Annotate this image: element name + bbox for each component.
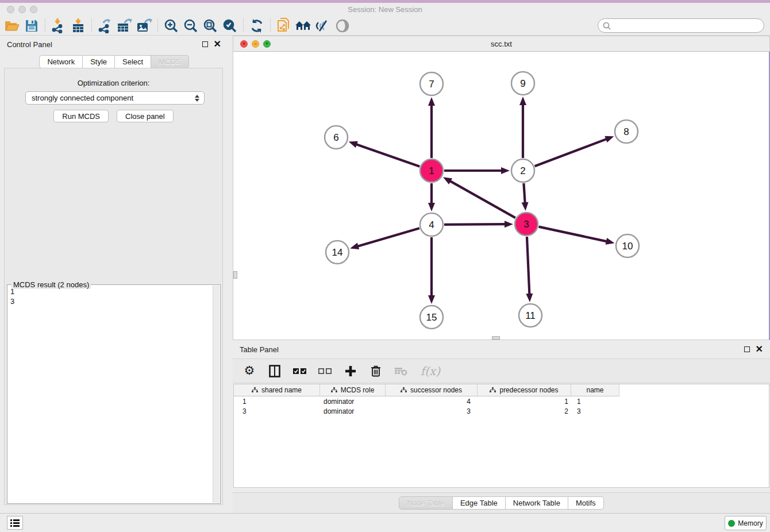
tab-node-table[interactable]: Node Table: [399, 496, 453, 510]
criterion-dropdown-value: strongly connected component: [29, 94, 195, 102]
column-header-label: shared name: [261, 386, 302, 394]
list-icon: [10, 519, 20, 527]
graph-edge-2-8[interactable]: [535, 138, 608, 166]
tab-motifs[interactable]: Motifs: [568, 496, 604, 510]
memory-button[interactable]: Memory: [725, 516, 767, 530]
table-cell[interactable]: 4: [386, 398, 478, 406]
graph-edge-arrowhead: [526, 294, 533, 302]
close-table-panel-icon[interactable]: ✕: [756, 346, 763, 352]
hide-graphics-details-icon[interactable]: [313, 17, 333, 34]
function-builder-icon-disabled: f(x): [419, 363, 442, 379]
open-session-icon[interactable]: [2, 17, 22, 34]
network-maximize-button[interactable]: +: [263, 40, 271, 48]
canvas-vertical-scroll-thumb[interactable]: [233, 271, 237, 279]
run-mcds-button[interactable]: Run MCDS: [53, 110, 109, 122]
table-cell[interactable]: 3: [234, 407, 320, 415]
table-cell[interactable]: 2: [478, 407, 571, 415]
table-cell[interactable]: 3: [386, 407, 478, 415]
column-header-name[interactable]: name: [571, 384, 619, 396]
table-toolbar: ⚙ f(x): [233, 358, 770, 383]
export-image-icon[interactable]: [134, 17, 154, 34]
memory-status-dot: [728, 520, 735, 527]
column-header-shared-name[interactable]: shared name: [234, 384, 320, 396]
close-panel-icon[interactable]: ✕: [214, 41, 221, 47]
graph-edge-3-1[interactable]: [449, 180, 515, 218]
network-window-titlebar[interactable]: × – + scc.txt: [233, 36, 770, 52]
column-header-predecessor-nodes[interactable]: predecessor nodes: [478, 384, 571, 396]
application-window: Session: New Session: [0, 0, 770, 532]
show-columns-icon[interactable]: [267, 363, 282, 379]
delete-column-trash-icon[interactable]: [368, 363, 383, 379]
create-column-plus-icon[interactable]: [343, 363, 358, 379]
select-all-columns-icon[interactable]: [292, 363, 307, 379]
float-table-panel-icon[interactable]: [744, 346, 750, 352]
import-table-icon[interactable]: [68, 17, 88, 34]
search-icon: [603, 22, 611, 30]
mcds-result-line: 1: [10, 287, 212, 296]
table-cell[interactable]: 1: [234, 398, 320, 406]
save-session-icon[interactable]: [22, 17, 41, 34]
tab-network[interactable]: Network: [39, 55, 83, 68]
tab-style[interactable]: Style: [83, 55, 115, 68]
tab-select[interactable]: Select: [115, 55, 151, 68]
graph-edge-4-14[interactable]: [357, 228, 419, 246]
toolbar-separator: [243, 19, 244, 33]
export-network-icon[interactable]: [95, 17, 115, 34]
graph-edge-3-10[interactable]: [539, 227, 608, 242]
column-header-successor-nodes[interactable]: successor nodes: [386, 384, 478, 396]
table-cell[interactable]: dominator: [320, 398, 386, 406]
table-cell[interactable]: 3: [571, 407, 619, 415]
birds-eye-view-icon[interactable]: [333, 17, 352, 34]
table-options-gear-icon[interactable]: ⚙: [242, 363, 257, 379]
table-panel: Table Panel ✕ ⚙: [233, 342, 770, 513]
refresh-icon[interactable]: [247, 17, 267, 34]
network-minimize-button[interactable]: –: [252, 40, 259, 48]
zoom-out-icon[interactable]: [181, 17, 201, 34]
float-panel-icon[interactable]: [202, 41, 208, 47]
graph-edge-3-11[interactable]: [527, 237, 529, 295]
network-canvas[interactable]: 7968124314101511: [233, 52, 770, 340]
table-tabbar: Node TableEdge TableNetwork TableMotifs: [233, 492, 770, 513]
table-row[interactable]: 3dominator323: [234, 406, 769, 416]
table-cell[interactable]: 1: [571, 398, 619, 406]
zoom-selected-icon[interactable]: [220, 17, 240, 34]
close-panel-button[interactable]: Close panel: [117, 110, 174, 122]
search-field[interactable]: [598, 18, 764, 33]
zoom-in-icon[interactable]: [161, 17, 181, 34]
graph-edge-arrowhead: [350, 243, 359, 250]
export-table-icon[interactable]: [115, 17, 134, 34]
mcds-result-list[interactable]: 13: [10, 287, 212, 502]
graph-node-label: 15: [426, 312, 437, 323]
tab-network-table[interactable]: Network Table: [506, 496, 568, 510]
zoom-fit-icon[interactable]: [201, 17, 220, 34]
node-attribute-table[interactable]: shared nameMCDS rolesuccessor nodesprede…: [233, 384, 769, 488]
graph-node-label: 3: [523, 219, 529, 230]
graph-edge-2-3[interactable]: [523, 183, 525, 204]
result-scrollbar[interactable]: [213, 286, 220, 503]
graph-edge-1-6[interactable]: [355, 144, 419, 167]
status-bar: Memory: [0, 513, 770, 532]
control-panel: Control Panel ✕ NetworkStyleSelectMCDS O…: [0, 37, 228, 513]
task-history-button[interactable]: [7, 516, 23, 530]
graph-edge-arrowhead: [443, 177, 452, 184]
table-cell[interactable]: dominator: [320, 407, 386, 415]
column-header-MCDS-role[interactable]: MCDS role: [320, 384, 386, 396]
canvas-horizontal-scroll-thumb[interactable]: [492, 336, 500, 340]
table-cell[interactable]: 1: [478, 398, 571, 406]
dropdown-arrows-icon: [195, 95, 199, 102]
network-close-button[interactable]: ×: [240, 40, 248, 48]
table-row[interactable]: 1dominator411: [234, 396, 769, 406]
network-graph[interactable]: 7968124314101511: [233, 52, 769, 339]
network-browser-houses-icon[interactable]: [294, 17, 313, 34]
unselect-all-columns-icon[interactable]: [318, 363, 333, 379]
column-header-label: successor nodes: [410, 386, 462, 394]
search-input[interactable]: [614, 20, 764, 32]
graph-edge-4-3[interactable]: [444, 224, 506, 225]
optimization-criterion-label: Optimization criterion:: [5, 79, 222, 87]
import-network-icon[interactable]: [49, 17, 68, 34]
tab-mcds[interactable]: MCDS: [151, 55, 188, 68]
clone-network-icon[interactable]: [274, 17, 294, 34]
fx-label: f(x): [421, 364, 440, 378]
tab-edge-table[interactable]: Edge Table: [453, 496, 506, 510]
criterion-dropdown[interactable]: strongly connected component: [25, 91, 205, 105]
